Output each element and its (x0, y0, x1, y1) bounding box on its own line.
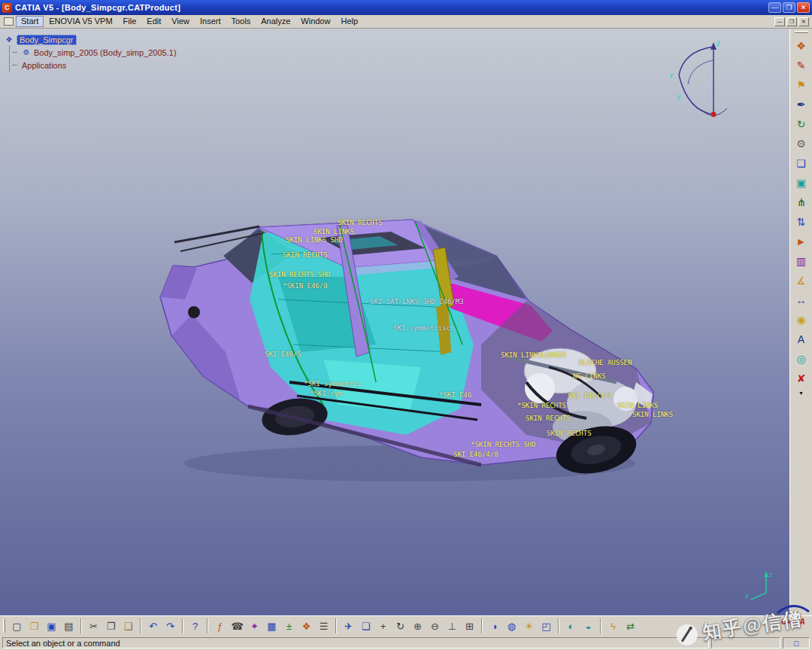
graph-tree-icon[interactable]: ⋔ (792, 193, 810, 211)
link-icon[interactable]: ⇄ (622, 618, 639, 635)
zoom-out-icon[interactable]: ⊖ (426, 618, 444, 635)
depth-effect-icon[interactable]: ◰ (538, 618, 555, 635)
check-rule-icon[interactable]: ± (280, 618, 298, 635)
model-label[interactable]: SKI DAT-LNKS SHD E46/M3 (370, 298, 464, 305)
menu-edit[interactable]: Edit (141, 16, 166, 27)
menu-tools[interactable]: Tools (226, 16, 256, 27)
toolbar-grip[interactable] (3, 619, 5, 633)
mass-properties-icon[interactable]: ◉ (792, 311, 810, 329)
model-label[interactable]: SKI E46/4/8 (568, 392, 613, 399)
menu-window[interactable]: Window (295, 16, 335, 27)
menu-insert[interactable]: Insert (195, 16, 226, 27)
measure-angle-icon[interactable]: ∡ (792, 272, 810, 290)
toolbar-overflow-arrow[interactable]: ▼ (798, 390, 804, 396)
tree-applications-label[interactable]: Applications (22, 61, 66, 70)
update-icon[interactable]: ↻ (792, 115, 810, 133)
titlebar[interactable]: C CATIA V5 - [Body_Simpcgr.CATProduct] —… (0, 0, 812, 15)
child-restore-button[interactable]: ❐ (786, 17, 797, 26)
tree-item-applications[interactable]: Applications (13, 59, 177, 71)
model-label[interactable]: SKIN RECHTS (283, 251, 328, 259)
product-structure-icon[interactable]: ❖ (792, 37, 810, 55)
menu-help[interactable]: Help (335, 16, 363, 27)
new-part-icon[interactable]: ▣ (792, 174, 810, 192)
status-mode-indicator[interactable]: ◻ (783, 637, 810, 648)
normal-view-icon[interactable]: ⊥ (444, 618, 461, 635)
tree-item-label[interactable]: Body_simp_2005 (Body_simp_2005.1) (34, 48, 177, 57)
rotate-icon[interactable]: ↻ (392, 618, 409, 635)
menu-start[interactable]: Start (16, 16, 44, 27)
design-table-icon[interactable]: ▦ (263, 618, 280, 635)
minimize-button[interactable]: — (768, 2, 781, 13)
pan-icon[interactable]: + (374, 618, 392, 635)
whats-this-icon[interactable]: ? (186, 618, 204, 635)
model-label[interactable]: *SKI symmetris (304, 380, 361, 387)
open-icon[interactable]: ❒ (26, 618, 43, 635)
model-label[interactable]: *SKI E46 (439, 391, 471, 399)
maximize-button[interactable]: ❐ (783, 2, 795, 13)
comment-icon[interactable]: ☎ (229, 618, 246, 635)
measure-between-icon[interactable]: ↔ (792, 291, 810, 309)
zoom-in-icon[interactable]: ⊕ (409, 618, 426, 635)
model-label[interactable]: BLÄCHE AUSSEN (579, 359, 632, 366)
formula-icon[interactable]: ƒ (211, 618, 229, 635)
tree-item-body-simp-2005[interactable]: ⚙ Body_simp_2005 (Body_simp_2005.1) (13, 46, 177, 59)
swap-arrows-icon[interactable]: ⇅ (792, 213, 810, 231)
wireframe-view-icon[interactable]: ◍ (503, 618, 520, 635)
model-label[interactable]: SKIN RECHTS SHD (269, 271, 330, 278)
3d-viewport[interactable]: ❖ Body_Simpcgr ⚙ Body_simp_2005 (Body_si… (0, 29, 789, 615)
model-label[interactable]: *SKIN E46/0 (283, 282, 328, 290)
menu-view[interactable]: View (166, 16, 195, 27)
info-icon[interactable]: ◎ (792, 350, 810, 368)
menu-list-icon[interactable]: ☰ (315, 618, 332, 635)
child-minimize-button[interactable]: — (774, 17, 785, 26)
document-icon[interactable] (4, 17, 14, 26)
paint-style-icon[interactable]: ✎ (792, 56, 810, 74)
model-label[interactable]: *SKIN RECHTS SHD (471, 441, 536, 448)
multi-view-icon[interactable]: ⊞ (461, 618, 478, 635)
model-label[interactable]: SKIN LINKS SHD (286, 236, 343, 244)
3d-compass[interactable]: z x y (665, 38, 741, 128)
model-label[interactable]: SKIN RECHTS (526, 415, 571, 422)
shaded-view-icon[interactable]: ◑ (486, 618, 503, 635)
model-label[interactable]: SKI E46/S (265, 351, 301, 358)
lighting-icon[interactable]: ☀ (520, 618, 538, 635)
model-label[interactable]: NG LINKS (573, 372, 605, 380)
child-close-button[interactable]: ✕ (798, 17, 809, 26)
paste-icon[interactable]: ❑ (120, 618, 137, 635)
model-label[interactable]: SKIN LINKSLENKER (501, 351, 566, 359)
close-button[interactable]: ✕ (797, 2, 810, 13)
text-annotation-icon[interactable]: A (792, 330, 810, 348)
select-flag-icon[interactable]: ⚑ (792, 76, 810, 94)
model-label[interactable]: SKI E46/4/8 (453, 451, 498, 458)
print-icon[interactable]: ▤ (60, 618, 77, 635)
redo-icon[interactable]: ↷ (162, 618, 179, 635)
component-icon[interactable]: ❏ (792, 154, 810, 172)
new-document-icon[interactable]: ▢ (8, 618, 26, 635)
knowledge-icon[interactable]: ✦ (246, 618, 263, 635)
model-label[interactable]: SKIN LINKS (314, 228, 354, 235)
pen-annotation-icon[interactable]: ✒ (792, 96, 810, 114)
model-label[interactable]: SKIN RECHTS (547, 430, 592, 437)
model-label[interactable]: SKIN LINKS (617, 402, 658, 409)
send-to-icon[interactable]: ► (792, 232, 810, 251)
undo-icon[interactable]: ↶ (144, 618, 162, 635)
tree-root-label[interactable]: Body_Simpcgr (17, 35, 77, 45)
fit-all-in-icon[interactable]: ❏ (357, 618, 374, 635)
model-label[interactable]: SKI symmetrisch (393, 324, 454, 332)
menu-enovia-v5-vpm[interactable]: ENOVIA V5 VPM (44, 16, 117, 27)
gear-icon[interactable]: ⚙ (792, 135, 810, 153)
menu-analyze[interactable]: Analyze (256, 16, 295, 27)
delete-icon[interactable]: ✘ (792, 369, 810, 387)
cut-icon[interactable]: ✂ (85, 618, 102, 635)
lightning-icon[interactable]: ϟ (604, 618, 622, 635)
menu-file[interactable]: File (118, 16, 142, 27)
catalog-icon[interactable]: ❖ (298, 618, 315, 635)
swap-space-icon[interactable]: ◒ (580, 618, 597, 635)
toolbar-grip[interactable] (795, 31, 808, 33)
fly-mode-icon[interactable]: ✈ (340, 618, 357, 635)
model-label[interactable]: SKIN RECHTS (338, 219, 383, 226)
model-label[interactable]: *SKI sym (310, 390, 342, 397)
model-label[interactable]: *SKIN RECHTS (517, 402, 566, 409)
hide-show-icon[interactable]: ◐ (562, 618, 580, 635)
tree-root[interactable]: ❖ Body_Simpcgr (5, 33, 177, 46)
